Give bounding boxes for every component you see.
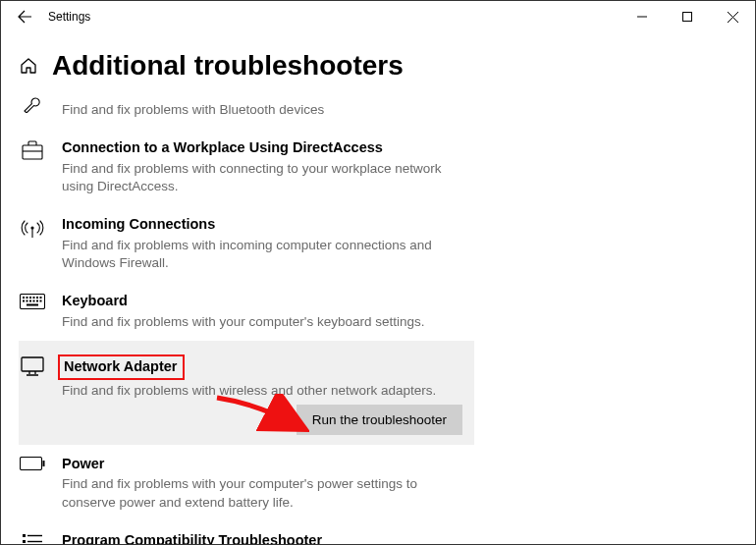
minimize-button[interactable] [620,1,665,32]
svg-rect-1 [23,145,42,159]
item-title: Power [62,455,457,474]
wrench-icon [23,97,42,113]
item-title: Program Compatibility Troubleshooter [62,531,457,545]
item-desc: Find and fix problems with incoming comp… [62,237,457,272]
svg-rect-9 [40,297,42,299]
page-header: Additional troubleshooters [19,50,755,82]
svg-rect-10 [23,300,25,302]
svg-rect-7 [33,297,35,299]
item-title: Connection to a Workplace Using DirectAc… [62,138,457,158]
svg-rect-14 [36,300,38,302]
maximize-icon [682,12,692,22]
svg-rect-4 [23,297,25,299]
item-title: Network Adapter [62,354,457,380]
troubleshooter-item-bluetooth[interactable]: Find and fix problems with Bluetooth dev… [19,89,474,129]
troubleshooter-item-compat[interactable]: Program Compatibility Troubleshooter [19,521,474,545]
home-icon[interactable] [19,56,38,76]
troubleshooter-item-directaccess[interactable]: Connection to a Workplace Using DirectAc… [19,129,474,205]
item-desc: Find and fix problems with wireless and … [62,382,457,400]
svg-rect-0 [683,13,692,22]
highlight-annotation: Network Adapter [58,354,185,380]
page-title: Additional troubleshooters [52,50,404,82]
maximize-button[interactable] [665,1,710,32]
troubleshooter-item-incoming[interactable]: Incoming Connections Find and fix proble… [19,205,474,282]
item-desc: Find and fix problems with Bluetooth dev… [62,101,457,119]
battery-icon [20,457,45,470]
titlebar: Settings [1,1,755,32]
page-body: Additional troubleshooters Find and fix … [1,32,755,545]
minimize-icon [637,12,647,22]
item-title: Keyboard [62,292,457,311]
window-controls [620,1,755,32]
svg-rect-17 [22,357,43,371]
svg-rect-12 [29,300,31,302]
svg-rect-15 [40,300,42,302]
svg-rect-8 [36,297,38,299]
close-icon [728,12,738,23]
troubleshooter-item-power[interactable]: Power Find and fix problems with your co… [19,445,474,521]
svg-rect-13 [33,300,35,302]
back-button[interactable] [7,1,42,32]
svg-rect-18 [21,457,42,469]
svg-rect-19 [43,461,45,466]
item-desc: Find and fix problems with connecting to… [62,160,457,195]
window-title: Settings [42,10,90,24]
list-icon [22,533,43,545]
run-troubleshooter-button[interactable]: Run the troubleshooter [297,405,462,435]
item-desc: Find and fix problems with your computer… [62,475,457,511]
svg-rect-21 [23,540,26,543]
keyboard-icon [20,294,45,309]
monitor-icon [21,356,44,378]
svg-rect-6 [29,297,31,299]
svg-rect-16 [27,304,38,306]
arrow-annotation [213,394,309,435]
svg-rect-5 [27,297,28,299]
svg-rect-20 [23,534,26,537]
troubleshooter-item-keyboard[interactable]: Keyboard Find and fix problems with your… [19,282,474,341]
close-button[interactable] [710,1,755,32]
item-title: Incoming Connections [62,215,457,235]
troubleshooter-item-network-adapter[interactable]: Network Adapter Find and fix problems wi… [19,341,474,445]
antenna-icon [21,217,44,239]
briefcase-icon [22,140,43,160]
troubleshooter-list: Find and fix problems with Bluetooth dev… [19,89,755,545]
back-arrow-icon [17,9,32,25]
item-desc: Find and fix problems with your computer… [62,313,457,331]
svg-rect-11 [27,300,28,302]
